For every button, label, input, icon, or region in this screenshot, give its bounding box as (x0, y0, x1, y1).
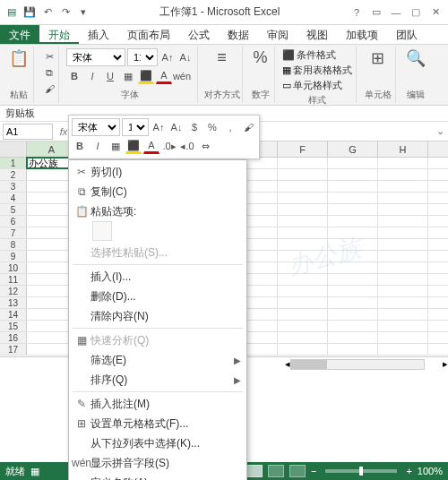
redo-icon[interactable]: ↷ (57, 4, 73, 21)
col-header-G[interactable]: G (328, 141, 378, 157)
scroll-right-icon[interactable]: ▸ (443, 358, 448, 370)
cell[interactable] (378, 239, 428, 250)
cell[interactable] (278, 204, 328, 215)
menu-filter[interactable]: 筛选(E)▶ (69, 350, 246, 370)
tab-review[interactable]: 审阅 (258, 25, 297, 44)
row-header[interactable]: 6 (0, 216, 27, 227)
font-name-select[interactable]: 宋体 (66, 48, 125, 66)
paste-option-icon[interactable] (92, 221, 112, 241)
help-icon[interactable]: ? (348, 4, 366, 21)
cell[interactable] (378, 274, 428, 285)
cell[interactable] (328, 309, 378, 320)
view-layout-icon[interactable] (268, 465, 284, 477)
font-color-icon[interactable]: A (156, 68, 172, 84)
view-break-icon[interactable] (289, 465, 306, 477)
cell[interactable] (328, 251, 378, 261)
menu-sort[interactable]: 排序(Q)▶ (69, 370, 246, 390)
cell[interactable] (378, 158, 428, 168)
cell[interactable] (378, 262, 428, 273)
mini-format-painter-icon[interactable]: 🖌 (240, 119, 256, 135)
cell[interactable] (328, 274, 378, 285)
cell[interactable] (278, 193, 328, 203)
cell[interactable] (278, 321, 328, 331)
shrink-font-icon[interactable]: A↓ (177, 49, 194, 65)
cell[interactable] (378, 297, 428, 308)
mini-dec-decimal-icon[interactable]: ◂.0 (179, 138, 195, 154)
name-box[interactable] (3, 124, 53, 140)
mini-font-color-icon[interactable]: A (143, 138, 159, 154)
view-normal-icon[interactable] (246, 465, 263, 477)
cell[interactable] (378, 169, 428, 180)
row-header[interactable]: 7 (0, 227, 27, 238)
row-header[interactable]: 11 (0, 274, 27, 285)
cell[interactable] (328, 239, 378, 250)
cell[interactable] (278, 332, 328, 343)
menu-comment[interactable]: ✎插入批注(M) (69, 394, 246, 414)
minimize-icon[interactable]: — (387, 4, 405, 21)
format-painter-icon[interactable]: 🖌 (41, 81, 57, 97)
grow-font-icon[interactable]: A↑ (159, 49, 176, 65)
border-icon[interactable]: ▦ (120, 68, 136, 84)
cell[interactable] (378, 251, 428, 261)
cell[interactable] (328, 181, 378, 192)
mini-percent-icon[interactable]: % (204, 119, 220, 135)
tab-data[interactable]: 数据 (219, 25, 258, 44)
table-fmt-label[interactable]: 套用表格格式 (293, 64, 352, 77)
row-header[interactable]: 15 (0, 321, 27, 331)
cell[interactable] (278, 274, 328, 285)
cell[interactable] (328, 262, 378, 273)
tab-page-layout[interactable]: 页面布局 (118, 25, 179, 44)
zoom-slider[interactable] (325, 469, 397, 473)
cell[interactable] (278, 309, 328, 320)
menu-phonetic[interactable]: wén显示拼音字段(S) (69, 453, 246, 473)
cell[interactable] (378, 309, 428, 320)
mini-fill-icon[interactable]: ⬛ (125, 138, 142, 154)
tab-file[interactable]: 文件 (0, 25, 39, 44)
cell[interactable] (278, 262, 328, 273)
col-header-H[interactable]: H (378, 141, 428, 157)
tab-view[interactable]: 视图 (297, 25, 337, 44)
cell[interactable] (328, 204, 378, 215)
cell[interactable] (378, 286, 428, 296)
bold-icon[interactable]: B (66, 68, 82, 84)
cell[interactable] (328, 169, 378, 180)
cell[interactable] (378, 227, 428, 238)
cut-icon[interactable]: ✂ (41, 48, 57, 64)
undo-icon[interactable]: ↶ (39, 4, 56, 21)
close-icon[interactable]: ✕ (426, 4, 444, 21)
row-header[interactable]: 3 (0, 181, 27, 192)
align-icon[interactable]: ≡ (217, 48, 227, 67)
menu-pick[interactable]: 从下拉列表中选择(K)... (69, 433, 246, 453)
row-header[interactable]: 2 (0, 169, 27, 180)
cond-fmt-icon[interactable]: ⬛ (282, 49, 295, 61)
mini-font-select[interactable]: 宋体 (72, 118, 120, 136)
cell[interactable] (278, 286, 328, 296)
cell[interactable] (328, 216, 378, 227)
menu-clear[interactable]: 清除内容(N) (69, 306, 246, 326)
cell[interactable] (328, 344, 378, 355)
cell[interactable] (278, 251, 328, 261)
cell[interactable] (328, 321, 378, 331)
row-header[interactable]: 1 (0, 158, 27, 168)
underline-icon[interactable]: U (102, 68, 118, 84)
excel-icon[interactable]: ▤ (4, 4, 20, 21)
row-header[interactable]: 4 (0, 193, 27, 203)
zoom-in-icon[interactable]: + (406, 466, 411, 476)
cell[interactable] (278, 216, 328, 227)
cell[interactable] (328, 286, 378, 296)
cell[interactable] (328, 158, 378, 168)
row-header[interactable]: 8 (0, 239, 27, 250)
tab-insert[interactable]: 插入 (79, 25, 118, 44)
cell[interactable] (278, 239, 328, 250)
paste-icon[interactable]: 📋 (9, 48, 29, 68)
tab-formulas[interactable]: 公式 (179, 25, 219, 44)
menu-insert[interactable]: 插入(I)... (69, 267, 246, 287)
customize-qat-icon[interactable]: ▾ (75, 4, 91, 21)
cond-fmt-label[interactable]: 条件格式 (297, 48, 336, 62)
cell[interactable] (278, 297, 328, 308)
copy-icon[interactable]: ⧉ (41, 64, 57, 81)
row-header[interactable]: 10 (0, 262, 27, 273)
mini-size-select[interactable]: 11 (122, 118, 149, 136)
tab-team[interactable]: 团队 (387, 25, 426, 44)
mini-merge-icon[interactable]: ⇔ (197, 138, 213, 154)
